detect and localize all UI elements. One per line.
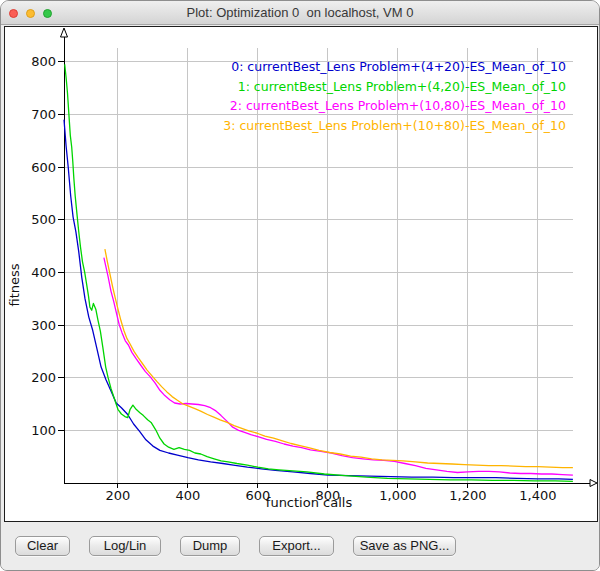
plot-panel[interactable]: 1002003004005006007008002004006008001,00… xyxy=(4,26,598,522)
button-bar: Clear Log/Lin Dump Export... Save as PNG… xyxy=(1,522,599,571)
legend-item: 2: currentBest_Lens Problem+(10,80)-ES_M… xyxy=(230,98,566,113)
x-axis-arrow-icon xyxy=(590,480,597,487)
y-axis-label: fitness xyxy=(7,263,22,306)
fitness-chart: 1002003004005006007008002004006008001,00… xyxy=(5,27,597,521)
y-tick-label: 600 xyxy=(31,160,56,175)
legend-item: 0: currentBest_Lens Problem+(4+20)-ES_Me… xyxy=(231,59,566,74)
window-title: Plot: Optimization 0 on localhost, VM 0 xyxy=(1,1,599,25)
y-tick-label: 800 xyxy=(31,54,56,69)
y-tick-label: 100 xyxy=(31,423,56,438)
y-tick-label: 300 xyxy=(31,318,56,333)
series-line xyxy=(64,120,573,480)
dump-button[interactable]: Dump xyxy=(180,536,240,556)
export-button[interactable]: Export... xyxy=(259,536,334,556)
log-lin-button[interactable]: Log/Lin xyxy=(89,536,161,556)
x-axis-label: function calls xyxy=(266,495,353,510)
clear-button[interactable]: Clear xyxy=(15,536,70,556)
y-axis-arrow-icon xyxy=(61,28,68,37)
x-tick-label: 400 xyxy=(175,488,200,503)
y-tick-label: 400 xyxy=(31,265,56,280)
legend-item: 3: currentBest_Lens Problem+(10+80)-ES_M… xyxy=(223,118,566,133)
series-line xyxy=(104,258,573,476)
plot-window: Plot: Optimization 0 on localhost, VM 0 … xyxy=(0,0,600,571)
x-tick-label: 1,200 xyxy=(449,488,486,503)
title-bar[interactable]: Plot: Optimization 0 on localhost, VM 0 xyxy=(1,1,599,25)
legend-item: 1: currentBest_Lens Problem+(4,20)-ES_Me… xyxy=(238,79,566,94)
x-tick-label: 1,400 xyxy=(519,488,556,503)
save-as-png-button[interactable]: Save as PNG... xyxy=(353,536,456,556)
y-tick-label: 200 xyxy=(31,370,56,385)
y-tick-label: 700 xyxy=(31,107,56,122)
series-line xyxy=(105,249,573,468)
y-tick-label: 500 xyxy=(31,212,56,227)
x-tick-label: 200 xyxy=(105,488,130,503)
x-tick-label: 1,000 xyxy=(379,488,416,503)
